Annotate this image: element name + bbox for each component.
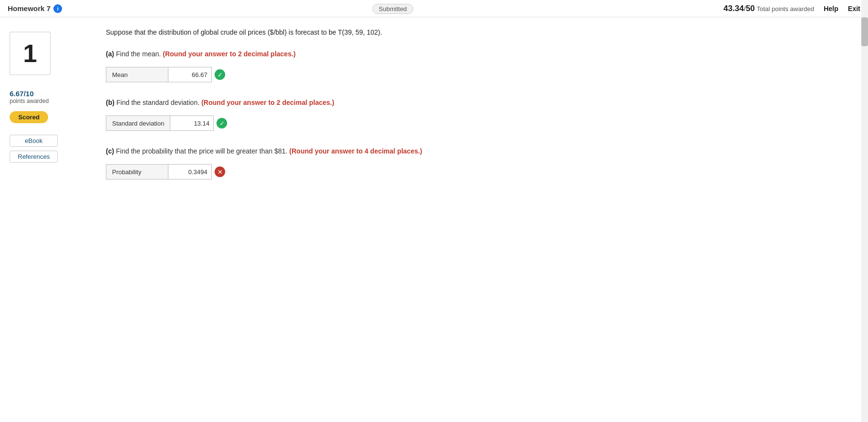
points-value: 6.67/10 bbox=[10, 90, 49, 98]
main-content: 1 6.67/10 points awarded Scored eBook Re… bbox=[0, 17, 868, 205]
part-c-check-icon: ✕ bbox=[215, 166, 225, 177]
question-number: 1 bbox=[23, 39, 37, 68]
part-a-answer-row: Mean 66.67 ✓ bbox=[106, 67, 858, 82]
part-a-instruction: (Round your answer to 2 decimal places.) bbox=[163, 50, 295, 58]
scrollbar[interactable] bbox=[861, 0, 868, 205]
part-c-instruction: (Round your answer to 4 decimal places.) bbox=[289, 147, 422, 155]
part-a-text-content: Find the mean. bbox=[116, 50, 161, 58]
xmark-icon: ✕ bbox=[217, 168, 223, 176]
part-c-answer-input[interactable]: 0.3494 bbox=[168, 164, 212, 179]
points-display: 43.34/50 Total points awarded bbox=[723, 4, 814, 13]
part-c-answer-label: Probability bbox=[106, 164, 168, 179]
checkmark-icon-b: ✓ bbox=[219, 120, 225, 127]
submitted-badge: Submitted bbox=[372, 4, 413, 14]
header-right: 43.34/50 Total points awarded Help Exit bbox=[723, 4, 860, 13]
part-c-label: (c) bbox=[106, 147, 114, 155]
total-value: 50 bbox=[746, 4, 755, 13]
homework-title: Homework 7 bbox=[8, 4, 51, 13]
header: Homework 7 i Submitted 43.34/50 Total po… bbox=[0, 0, 868, 17]
question-content: Suppose that the distribution of global … bbox=[101, 27, 858, 195]
scored-badge: Scored bbox=[10, 111, 48, 123]
part-b-answer-row: Standard deviation 13.14 ✓ bbox=[106, 115, 858, 131]
score-value: 43.34 bbox=[723, 4, 744, 13]
part-a-check-icon: ✓ bbox=[215, 69, 225, 80]
question-number-box: 1 bbox=[10, 32, 51, 75]
part-c-section: (c) Find the probability that the price … bbox=[106, 146, 858, 179]
part-a-section: (a) Find the mean. (Round your answer to… bbox=[106, 49, 858, 82]
header-left: Homework 7 i bbox=[8, 4, 62, 13]
part-b-answer-label: Standard deviation bbox=[106, 115, 170, 131]
part-a-label: (a) bbox=[106, 50, 114, 58]
part-b-instruction: (Round your answer to 2 decimal places.) bbox=[201, 99, 334, 106]
scrollbar-thumb[interactable] bbox=[861, 17, 868, 46]
part-c-answer-row: Probability 0.3494 ✕ bbox=[106, 164, 858, 179]
submitted-badge-container: Submitted bbox=[372, 5, 413, 13]
points-awarded-label: Total points awarded bbox=[757, 5, 814, 13]
question-intro-text: Suppose that the distribution of global … bbox=[106, 28, 382, 36]
part-a-answer-input[interactable]: 66.67 bbox=[168, 67, 212, 82]
question-intro: Suppose that the distribution of global … bbox=[106, 27, 858, 38]
part-c-question: (c) Find the probability that the price … bbox=[106, 146, 858, 156]
part-a-question: (a) Find the mean. (Round your answer to… bbox=[106, 49, 858, 59]
ebook-button[interactable]: eBook bbox=[10, 135, 58, 147]
references-button[interactable]: References bbox=[10, 151, 58, 163]
part-c-text-content: Find the probability that the price will… bbox=[116, 147, 287, 155]
part-b-question: (b) Find the standard deviation. (Round … bbox=[106, 98, 858, 108]
info-icon[interactable]: i bbox=[53, 4, 62, 13]
checkmark-icon: ✓ bbox=[217, 71, 223, 78]
help-button[interactable]: Help bbox=[824, 5, 838, 13]
exit-button[interactable]: Exit bbox=[848, 5, 860, 13]
part-b-text-content: Find the standard deviation. bbox=[116, 99, 200, 106]
part-b-answer-input[interactable]: 13.14 bbox=[170, 115, 214, 131]
part-a-answer-label: Mean bbox=[106, 67, 168, 82]
part-b-section: (b) Find the standard deviation. (Round … bbox=[106, 98, 858, 131]
left-sidebar: 1 6.67/10 points awarded Scored eBook Re… bbox=[10, 27, 101, 195]
part-b-check-icon: ✓ bbox=[217, 118, 227, 128]
part-b-label: (b) bbox=[106, 99, 115, 106]
points-label: points awarded bbox=[10, 98, 49, 104]
points-awarded-container: 6.67/10 points awarded bbox=[10, 90, 49, 104]
